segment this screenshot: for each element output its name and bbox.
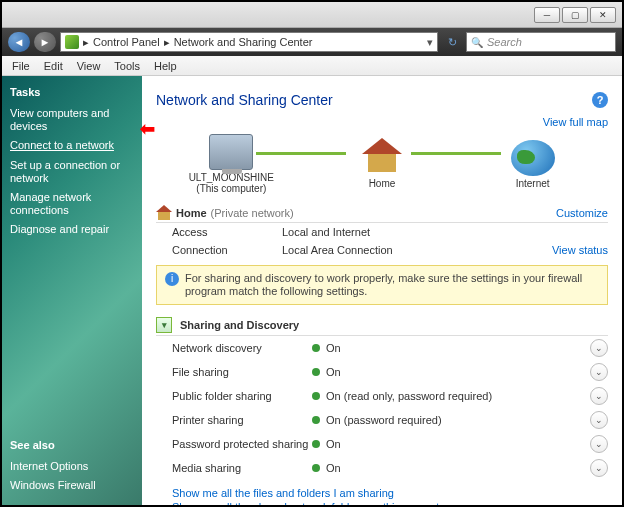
home-small-icon — [156, 206, 172, 220]
window-titlebar: ─ ▢ ✕ — [2, 2, 622, 28]
sharing-label: Printer sharing — [172, 414, 312, 426]
customize-link[interactable]: Customize — [556, 207, 608, 219]
maximize-button[interactable]: ▢ — [562, 7, 588, 23]
status-dot-icon — [312, 440, 320, 448]
sharing-label: Network discovery — [172, 342, 312, 354]
status-dot-icon — [312, 344, 320, 352]
info-icon: i — [165, 272, 179, 286]
map-sublabel: (This computer) — [186, 183, 276, 194]
expand-button[interactable]: ⌄ — [590, 339, 608, 357]
sharing-row: Media sharingOn⌄ — [156, 456, 608, 480]
help-icon[interactable]: ? — [592, 92, 608, 108]
status-dot-icon — [312, 464, 320, 472]
back-button[interactable]: ◄ — [8, 32, 30, 52]
expand-button[interactable]: ⌄ — [590, 411, 608, 429]
info-text: For sharing and discovery to work proper… — [185, 272, 599, 298]
row-value: Local and Internet — [282, 226, 608, 238]
menu-help[interactable]: Help — [148, 58, 183, 74]
expand-button[interactable]: ⌄ — [590, 387, 608, 405]
breadcrumb-sep: ▸ — [83, 36, 89, 49]
row-label: Access — [172, 226, 282, 238]
sharing-value: On — [326, 366, 590, 378]
view-status-link[interactable]: View status — [552, 244, 608, 256]
menu-view[interactable]: View — [71, 58, 107, 74]
map-home[interactable]: Home — [337, 140, 427, 189]
refresh-button[interactable]: ↻ — [442, 32, 462, 52]
sidebar: Tasks View computers and devices Connect… — [2, 76, 142, 505]
menu-edit[interactable]: Edit — [38, 58, 69, 74]
view-full-map-link[interactable]: View full map — [543, 116, 608, 128]
sidebar-item-view-computers[interactable]: View computers and devices — [10, 104, 134, 136]
map-this-computer[interactable]: ULT_MOONSHINE (This computer) — [186, 134, 276, 194]
sidebar-see-also-header: See also — [10, 439, 134, 451]
sidebar-header: Tasks — [10, 86, 134, 98]
info-banner: i For sharing and discovery to work prop… — [156, 265, 608, 305]
content-pane: Network and Sharing Center ? View full m… — [142, 76, 622, 505]
sharing-label: Password protected sharing — [172, 438, 312, 450]
sharing-value: On — [326, 462, 590, 474]
close-button[interactable]: ✕ — [590, 7, 616, 23]
status-dot-icon — [312, 416, 320, 424]
sidebar-item-setup-connection[interactable]: Set up a connection or network — [10, 156, 134, 188]
globe-icon — [511, 140, 555, 176]
expand-button[interactable]: ⌄ — [590, 435, 608, 453]
computer-icon — [209, 134, 253, 170]
row-value: Local Area Connection — [282, 244, 552, 256]
sharing-value: On — [326, 342, 590, 354]
map-label: Internet — [488, 178, 578, 189]
menu-tools[interactable]: Tools — [108, 58, 146, 74]
menu-file[interactable]: File — [6, 58, 36, 74]
minimize-button[interactable]: ─ — [534, 7, 560, 23]
link-shared-folders[interactable]: Show me all the shared network folders o… — [172, 500, 608, 505]
expander-icon[interactable]: ▾ — [156, 317, 172, 333]
sidebar-item-internet-options[interactable]: Internet Options — [10, 457, 134, 476]
dropdown-icon[interactable]: ▾ — [427, 36, 433, 49]
sidebar-item-manage-connections[interactable]: Manage network connections — [10, 188, 134, 220]
sharing-value: On (password required) — [326, 414, 590, 426]
sharing-row: Printer sharingOn (password required)⌄ — [156, 408, 608, 432]
menu-bar: File Edit View Tools Help — [2, 56, 622, 76]
network-map: ULT_MOONSHINE (This computer) Home Inter… — [156, 134, 608, 194]
sharing-label: Media sharing — [172, 462, 312, 474]
sharing-label: Public folder sharing — [172, 390, 312, 402]
status-dot-icon — [312, 368, 320, 376]
sidebar-item-diagnose[interactable]: Diagnose and repair — [10, 220, 134, 239]
breadcrumb-sep: ▸ — [164, 36, 170, 49]
sharing-label: File sharing — [172, 366, 312, 378]
navigation-bar: ◄ ► ▸ Control Panel ▸ Network and Sharin… — [2, 28, 622, 56]
map-label: Home — [337, 178, 427, 189]
map-line — [411, 152, 501, 155]
page-title: Network and Sharing Center — [156, 92, 333, 108]
sharing-row: Public folder sharingOn (read only, pass… — [156, 384, 608, 408]
status-dot-icon — [312, 392, 320, 400]
link-files-sharing[interactable]: Show me all the files and folders I am s… — [172, 486, 608, 500]
sharing-value: On — [326, 438, 590, 450]
map-line — [256, 152, 346, 155]
forward-button[interactable]: ► — [34, 32, 56, 52]
control-panel-icon — [65, 35, 79, 49]
map-internet[interactable]: Internet — [488, 140, 578, 189]
expand-button[interactable]: ⌄ — [590, 363, 608, 381]
sharing-row: Network discoveryOn⌄ — [156, 336, 608, 360]
sharing-value: On (read only, password required) — [326, 390, 590, 402]
home-section-header: Home (Private network) — [156, 206, 294, 220]
sharing-row: Password protected sharingOn⌄ — [156, 432, 608, 456]
address-bar[interactable]: ▸ Control Panel ▸ Network and Sharing Ce… — [60, 32, 438, 52]
breadcrumb-item[interactable]: Network and Sharing Center — [174, 36, 313, 48]
home-icon — [360, 140, 404, 176]
sharing-row: File sharingOn⌄ — [156, 360, 608, 384]
sharing-section-header: ▾ Sharing and Discovery — [156, 317, 299, 333]
row-label: Connection — [172, 244, 282, 256]
sidebar-item-connect-network[interactable]: Connect to a network — [10, 136, 134, 155]
sidebar-item-windows-firewall[interactable]: Windows Firewall — [10, 476, 134, 495]
search-input[interactable]: Search — [466, 32, 616, 52]
expand-button[interactable]: ⌄ — [590, 459, 608, 477]
breadcrumb-item[interactable]: Control Panel — [93, 36, 160, 48]
